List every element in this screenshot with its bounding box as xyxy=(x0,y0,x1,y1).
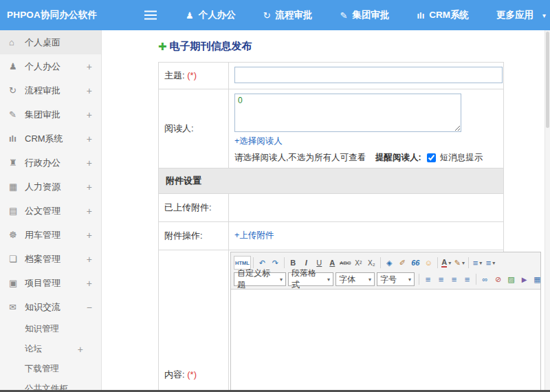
expand-icon[interactable]: + xyxy=(87,85,92,96)
app-title: PHPOA协同办公软件 xyxy=(0,9,135,21)
expand-icon[interactable]: + xyxy=(87,157,92,168)
align-left-button[interactable]: ≡ xyxy=(421,272,434,286)
font-family-select[interactable]: 字体 ▾ xyxy=(336,272,375,286)
caret-down-icon: ▾ xyxy=(479,260,482,266)
expand-icon[interactable]: + xyxy=(87,61,92,72)
rich-text-editor: HTML ↶ ↷ B I U A ABC X² xyxy=(230,252,541,392)
sidebar-item-personal-office[interactable]: ♟ 个人办公 + xyxy=(0,54,101,78)
clipboard-icon: ▣ xyxy=(9,278,25,288)
sms-label: 短消息提示 xyxy=(440,152,483,164)
sidebar-item-knowledge-exchange[interactable]: ✉ 知识交流 − xyxy=(0,295,101,319)
sidebar-item-crm[interactable]: ılı CRM系统 + xyxy=(0,127,101,151)
media-button[interactable]: ▶ xyxy=(518,272,531,286)
format-painter-button[interactable]: ✐ xyxy=(396,256,409,270)
bar-chart-icon: ılı xyxy=(9,133,25,144)
sms-checkbox[interactable] xyxy=(427,153,436,162)
table-button[interactable]: ▦ xyxy=(531,272,544,286)
toolbar-separator xyxy=(419,274,419,285)
required-mark: (*) xyxy=(187,369,197,380)
caret-down-icon: ▾ xyxy=(408,276,411,283)
collapse-icon[interactable]: − xyxy=(87,302,92,313)
highlight-color-button[interactable]: ✎ ▾ xyxy=(453,256,466,270)
select-readers-link[interactable]: +选择阅读人 xyxy=(234,135,283,147)
sidebar-item-label: 知识交流 xyxy=(25,301,87,314)
editor-toolbar: HTML ↶ ↷ B I U A ABC X² xyxy=(231,252,540,290)
paragraph-format-select[interactable]: 段落格式 ▾ xyxy=(288,272,333,286)
readers-textarea[interactable]: 0 xyxy=(234,94,461,132)
sidebar-item-label: 用车管理 xyxy=(25,229,87,241)
select-label: 自定义标题 xyxy=(237,268,276,291)
link-button[interactable]: ∞ xyxy=(478,272,492,286)
sidebar-subitem-knowledge-mgmt[interactable]: 知识管理 xyxy=(0,319,101,339)
message-icon: ✉ xyxy=(9,302,25,312)
editor-content[interactable] xyxy=(231,290,540,392)
custom-title-select[interactable]: 自定义标题 ▾ xyxy=(234,272,286,286)
upload-attachment-link[interactable]: +上传附件 xyxy=(234,230,274,241)
justify-button[interactable]: ≡ xyxy=(461,272,474,286)
expand-icon[interactable]: + xyxy=(87,182,92,193)
sidebar-item-label: 档案管理 xyxy=(25,253,87,265)
sidebar-item-admin-office[interactable]: ♜ 行政办公 + xyxy=(0,151,101,175)
align-center-button[interactable]: ≡ xyxy=(434,272,448,286)
label-text: 阅读人: xyxy=(164,122,194,135)
sidebar-item-hr[interactable]: ▦ 人力资源 + xyxy=(0,175,101,199)
align-right-button[interactable]: ≡ xyxy=(448,272,461,286)
building-icon: ♜ xyxy=(9,157,25,168)
nav-workflow-approval[interactable]: ↻ 流程审批 xyxy=(263,9,313,21)
font-size-select[interactable]: 字号 ▾ xyxy=(377,272,415,286)
nav-more-apps[interactable]: 更多应用 ▾ xyxy=(496,9,546,21)
sidebar-item-document-mgmt[interactable]: ▤ 公文管理 + xyxy=(0,199,101,223)
sidebar-item-project-mgmt[interactable]: ▣ 项目管理 + xyxy=(0,271,101,295)
expand-icon[interactable]: + xyxy=(87,206,92,217)
attachment-op-row: 附件操作: +上传附件 xyxy=(159,222,503,250)
sidebar-subitem-forum[interactable]: 论坛 + xyxy=(0,339,101,359)
sidebar-item-group-approval[interactable]: ✎ 集团审批 + xyxy=(0,102,101,127)
emoticon-button[interactable]: ☺ xyxy=(422,256,435,270)
required-mark: (*) xyxy=(187,70,197,80)
expand-icon[interactable]: + xyxy=(78,344,83,355)
wheel-icon: ☸ xyxy=(9,230,25,240)
nav-group-approval[interactable]: ✎ 集团审批 xyxy=(340,9,390,21)
expand-icon[interactable]: + xyxy=(87,109,92,120)
expand-icon[interactable]: + xyxy=(87,254,92,265)
top-bar: PHPOA协同办公软件 ♟ 个人办公 ↻ 流程审批 ✎ 集团审批 ılı CRM… xyxy=(0,0,550,30)
uploaded-value xyxy=(229,194,503,221)
label-text: 主题: xyxy=(164,70,185,80)
subject-input[interactable] xyxy=(234,67,503,83)
caret-down-icon: ▾ xyxy=(280,276,283,283)
font-color-button[interactable]: A ▾ xyxy=(440,256,453,270)
readers-label: 阅读人: xyxy=(159,89,229,168)
sidebar-subitem-label: 论坛 xyxy=(25,343,78,355)
sidebar-item-workflow-approval[interactable]: ↻ 流程审批 + xyxy=(0,78,101,102)
sidebar-item-label: CRM系统 xyxy=(25,133,87,145)
menu-icon[interactable] xyxy=(144,14,157,17)
vertical-scrollbar[interactable] xyxy=(544,30,550,390)
unordered-list-button[interactable]: ≡ ▾ xyxy=(471,256,484,270)
toolbar-separator xyxy=(284,257,285,268)
attachment-section-header: 附件设置 xyxy=(159,168,503,194)
expand-icon[interactable]: + xyxy=(87,133,92,144)
toolbar-separator xyxy=(253,257,254,268)
subscript-button[interactable]: X₂ xyxy=(365,256,378,270)
main-content: ✚ 电子期刊信息发布 主题: (*) 阅读人: 0 xyxy=(102,30,550,392)
sidebar-subitem-download-mgmt[interactable]: 下载管理 xyxy=(0,359,101,379)
nav-crm[interactable]: ılı CRM系统 xyxy=(417,9,469,21)
sidebar-item-vehicle-mgmt[interactable]: ☸ 用车管理 + xyxy=(0,223,101,247)
remind-label: 提醒阅读人: xyxy=(375,152,421,164)
image-button[interactable]: ▨ xyxy=(505,272,518,286)
sidebar-item-desktop[interactable]: ⌂ 个人桌面 xyxy=(0,30,101,54)
scrollbar-thumb[interactable] xyxy=(546,32,549,128)
remove-format-button[interactable]: ◈ xyxy=(383,256,396,270)
nav-personal-office[interactable]: ♟ 个人办公 xyxy=(186,9,236,21)
unlink-button[interactable]: ⊘ xyxy=(492,272,505,286)
sidebar-item-archive-mgmt[interactable]: ❏ 档案管理 + xyxy=(0,247,101,271)
font-box-button[interactable]: A xyxy=(326,256,339,270)
blockquote-button[interactable]: 66 xyxy=(409,256,422,270)
strikethrough-button[interactable]: ABC xyxy=(339,256,352,270)
expand-icon[interactable]: + xyxy=(87,230,92,241)
superscript-button[interactable]: X² xyxy=(352,256,365,270)
ordered-list-button[interactable]: ≡ ▾ xyxy=(484,256,497,270)
sidebar-item-label: 个人桌面 xyxy=(25,36,92,49)
expand-icon[interactable]: + xyxy=(87,278,92,289)
readers-row: 阅读人: 0 +选择阅读人 请选择阅读人,不选为所有人可查看 提醒阅读人: 短消… xyxy=(159,89,503,168)
